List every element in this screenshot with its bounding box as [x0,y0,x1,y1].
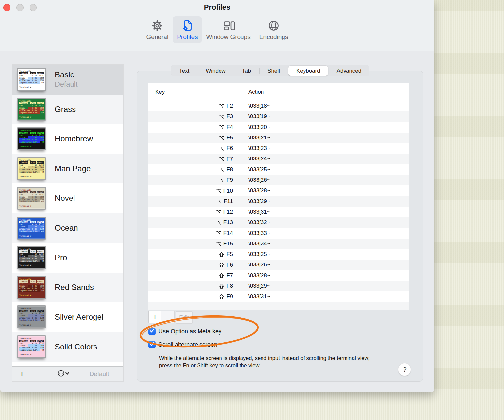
action-cell: \033[34~ [248,239,270,249]
key-binding-row[interactable]: F13 \033[32~ [148,217,409,228]
profile-list-footer: + − Default [12,366,123,381]
thumbnail-title: Terminal1# [19,100,44,102]
action-cell: \033[28~ [248,185,270,196]
add-key-button[interactable]: + [148,311,161,323]
key-label: F11 [224,198,233,205]
key-binding-row[interactable]: F7 \033[24~ [148,154,409,164]
profile-name: Grass [55,104,76,114]
remove-profile-button[interactable]: − [32,367,52,381]
key-cell: F10 [216,185,233,196]
option-key-icon [216,241,221,247]
action-cell: \033[29~ [248,196,270,207]
toolbar-item-general[interactable]: General [142,16,173,43]
key-binding-row[interactable]: F11 \033[29~ [148,196,409,207]
tab-keyboard[interactable]: Keyboard [288,66,328,76]
key-cell: F14 [216,228,233,239]
thumbnail-footer: Terminal # [19,116,44,118]
key-label: F5 [226,251,233,258]
toolbar-item-profiles[interactable]: Profiles [173,16,202,43]
key-binding-row[interactable]: F10 \033[28~ [148,185,409,196]
key-binding-row[interactable]: F14 \033[33~ [148,228,409,239]
profile-list-item[interactable]: Terminal1# COMMAND%CPURPRVT top4.1%231K … [12,124,123,154]
set-default-button[interactable]: Default [75,367,123,381]
add-profile-button[interactable]: + [12,367,32,381]
key-label: F10 [223,188,233,194]
profile-thumbnail: Terminal1# COMMAND%CPURPRVT top4.1%231K … [17,98,46,121]
help-button[interactable]: ? [398,363,411,376]
profile-list-item[interactable]: Terminal1# COMMAND%CPURPRVT top4.1%231K … [12,154,123,184]
key-binding-row[interactable]: F12 \033[31~ [148,207,409,217]
remove-key-button[interactable]: − [161,311,175,323]
key-label: F7 [226,272,233,279]
gear-icon [151,19,164,33]
key-binding-row[interactable]: F7 \033[28~ [148,270,409,281]
checkmark-icon [149,341,155,348]
key-binding-row[interactable]: F3 \033[19~ [148,111,409,122]
profile-actions-menu-button[interactable] [52,367,75,381]
profile-thumbnail: Terminal1# COMMAND%CPURPRVT top4.1%231K … [17,68,46,91]
key-binding-row[interactable]: F4 \033[20~ [148,122,409,133]
profile-name: Pro [55,253,67,262]
key-binding-row[interactable]: F8 \033[29~ [148,281,409,291]
key-binding-row[interactable]: F9 \033[26~ [148,175,409,185]
thumbnail-title: Terminal1# [19,189,44,191]
use-option-as-meta-label: Use Option as Meta key [158,328,221,335]
key-binding-row[interactable]: F6 \033[26~ [148,260,409,270]
thumbnail-title: Terminal1# [19,307,44,310]
key-binding-row[interactable]: F8 \033[25~ [148,164,409,175]
toolbar-label-window-groups: Window Groups [206,33,251,40]
key-cell: F2 [219,101,233,111]
tab-advanced[interactable]: Advanced [328,65,370,76]
profile-list-item[interactable]: Terminal1# COMMAND%CPURPRVT top4.1%231K … [12,213,123,243]
key-binding-row[interactable]: F9 \033[31~ [148,291,409,302]
tab-tab[interactable]: Tab [234,65,259,76]
action-cell: \033[23~ [248,143,270,154]
toolbar-item-encodings[interactable]: Encodings [255,16,293,43]
use-option-as-meta-checkbox[interactable] [148,328,156,335]
option-key-icon [216,209,221,215]
thumbnail-footer: Terminal # [19,294,44,296]
key-cell: F4 [219,122,233,133]
key-cell: F15 [216,239,233,249]
edit-key-button[interactable]: Edit [176,311,193,324]
toolbar-label-encodings: Encodings [259,33,288,40]
key-label: F2 [226,103,233,109]
scroll-alternate-screen-checkbox[interactable] [148,341,156,348]
titlebar-toolbar: Profiles General [0,0,434,51]
key-label: F4 [226,124,233,131]
profile-list-item[interactable]: Terminal1# COMMAND%CPURPRVT top4.1%231K … [12,65,123,94]
tab-text[interactable]: Text [171,65,198,76]
key-label: F8 [226,166,233,173]
globe-icon [267,19,280,33]
action-cell: \033[20~ [248,122,270,133]
key-binding-row[interactable]: F6 \033[23~ [148,143,409,154]
profile-list: Terminal1# COMMAND%CPURPRVT top4.1%231K … [12,64,124,382]
toolbar-label-profiles: Profiles [177,33,198,40]
key-cell: F5 [219,133,233,143]
toolbar-item-window-groups[interactable]: Window Groups [202,16,255,43]
profile-list-item[interactable]: Terminal1# COMMAND%CPURPRVT top4.1%231K … [12,243,123,273]
profile-list-item[interactable]: Terminal1# COMMAND%CPURPRVT top4.1%231K … [12,273,123,303]
profile-list-item[interactable]: Terminal1# COMMAND%CPURPRVT top4.1%231K … [12,302,123,332]
profile-name: Basic [55,70,78,80]
key-cell: F8 [219,164,233,175]
profile-list-item[interactable]: Terminal1# COMMAND%CPURPRVT top4.1%231K … [12,332,123,362]
key-binding-row[interactable]: F5 \033[25~ [148,249,409,260]
tab-shell[interactable]: Shell [259,65,288,76]
key-binding-row[interactable]: F15 \033[34~ [148,239,409,249]
option-key-icon [219,124,224,130]
profile-list-item[interactable]: Terminal1# COMMAND%CPURPRVT top4.1%231K … [12,183,123,213]
key-cell: F9 [219,291,233,302]
profile-thumbnail: Terminal1# COMMAND%CPURPRVT top4.1%231K … [17,217,46,240]
thumbnail-footer: Terminal # [19,175,44,178]
key-binding-row[interactable]: F2 \033[18~ [148,101,409,111]
profile-list-item[interactable]: Terminal1# COMMAND%CPURPRVT top4.1%231K … [12,94,123,124]
tab-window[interactable]: Window [198,65,234,76]
key-label: F5 [226,135,233,141]
key-binding-row[interactable]: F5 \033[21~ [148,133,409,143]
key-label: F9 [226,177,233,183]
action-cell: \033[25~ [248,164,270,175]
thumbnail-footer: Terminal # [19,324,44,326]
key-cell: F12 [216,207,233,217]
key-cell: F11 [216,196,233,207]
